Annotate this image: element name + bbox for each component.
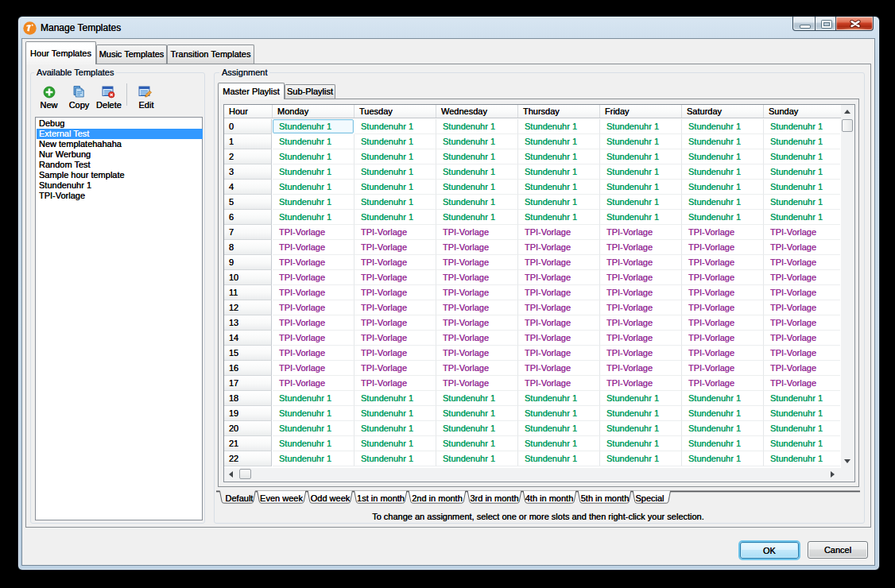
svg-text:1st in month: 1st in month bbox=[357, 493, 405, 503]
svg-text:2nd in month: 2nd in month bbox=[412, 493, 463, 503]
svg-text:Special: Special bbox=[635, 493, 664, 503]
svg-text:Default: Default bbox=[226, 493, 254, 503]
svg-text:5th in month: 5th in month bbox=[581, 493, 630, 503]
svg-text:4th in month: 4th in month bbox=[525, 493, 574, 503]
svg-text:Even week: Even week bbox=[260, 493, 303, 503]
svg-text:Odd week: Odd week bbox=[311, 493, 351, 503]
svg-text:3rd in month: 3rd in month bbox=[470, 493, 518, 503]
